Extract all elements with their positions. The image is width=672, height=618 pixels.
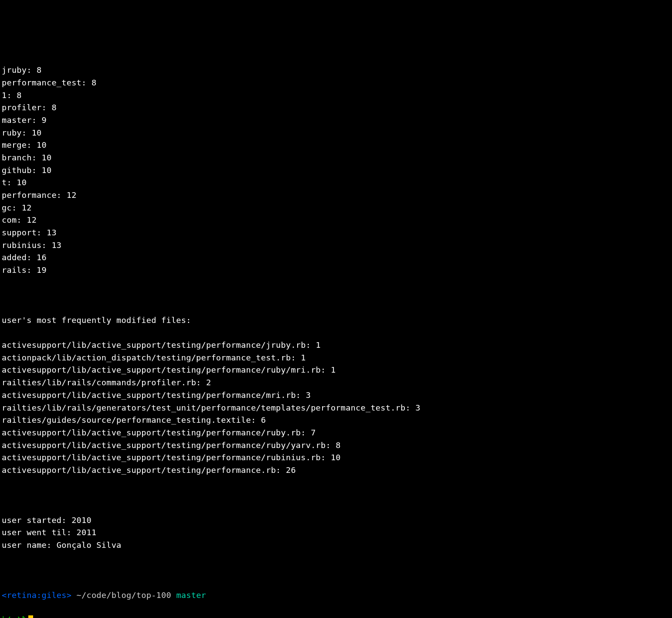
word-count-line: performance: 12 [2,189,670,202]
file-line: activesupport/lib/active_support/testing… [2,427,670,439]
prompt-path: ~/code/blog/top-100 [77,589,171,602]
file-line: actionpack/lib/action_dispatch/testing/p… [2,352,670,364]
word-count-line: ruby: 10 [2,127,670,139]
cursor-icon [28,615,33,618]
file-line: railties/guides/source/performance_testi… [2,414,670,427]
file-line: activesupport/lib/active_support/testing… [2,364,670,377]
file-line: activesupport/lib/active_support/testing… [2,464,670,477]
word-count-line: support: 13 [2,227,670,239]
word-count-line: github: 10 [2,164,670,177]
word-count-line: gc: 12 [2,202,670,214]
file-line: railties/lib/rails/commands/profiler.rb:… [2,377,670,389]
word-count-line: added: 16 [2,251,670,264]
prompt-git-branch: master [176,589,206,602]
shell-prompt-line2[interactable]: ᚧ(◁)ᚤ [2,614,670,618]
word-count-line: com: 12 [2,214,670,227]
user-info-line: user went til: 2011 [2,526,670,539]
user-info-line: user started: 2010 [2,514,670,527]
word-count-line: master: 9 [2,114,670,127]
user-info-line: user name: Gonçalo Silva [2,539,670,552]
file-line: railties/lib/rails/generators/test_unit/… [2,402,670,414]
word-count-line: rubinius: 13 [2,239,670,252]
files-section-header: user's most frequently modified files: [2,314,670,327]
blank-line [2,289,670,302]
prompt-host: <retina:giles> [2,589,71,602]
shell-prompt-line1: <retina:giles> ~/code/blog/top-100 maste… [2,589,670,602]
word-count-line: merge: 10 [2,139,670,152]
word-count-line: branch: 10 [2,152,670,164]
prompt-symbols: ᚧ(◁)ᚤ [2,614,27,618]
blank-line [2,489,670,502]
word-count-line: rails: 19 [2,264,670,277]
terminal-output: jruby: 8performance_test: 81: 8profiler:… [2,52,670,618]
word-count-line: 1: 8 [2,89,670,102]
file-line: activesupport/lib/active_support/testing… [2,452,670,464]
word-count-line: t: 10 [2,177,670,189]
file-line: activesupport/lib/active_support/testing… [2,439,670,452]
word-count-line: jruby: 8 [2,64,670,77]
file-line: activesupport/lib/active_support/testing… [2,339,670,352]
word-count-line: performance_test: 8 [2,77,670,89]
file-line: activesupport/lib/active_support/testing… [2,389,670,402]
word-count-line: profiler: 8 [2,102,670,114]
blank-line [2,564,670,577]
